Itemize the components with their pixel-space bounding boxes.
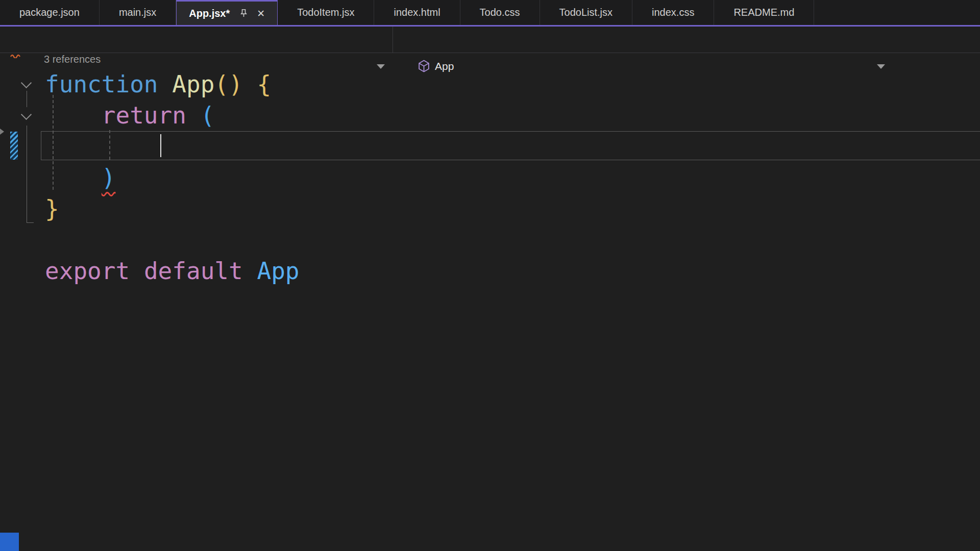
tab-label: App.jsx* <box>189 8 230 19</box>
text-caret <box>160 134 161 157</box>
code-editor[interactable]: function App() { return ( )}export defau… <box>45 69 300 287</box>
editor-tab-index-html[interactable]: index.html <box>374 0 460 25</box>
tab-label: index.css <box>652 7 694 18</box>
status-corner <box>0 533 19 551</box>
members-dropdown-value[interactable]: App <box>435 60 454 72</box>
code-line: function App() { <box>45 69 300 100</box>
code-line: export default App <box>45 256 300 287</box>
tab-label: package.json <box>19 7 80 18</box>
editor-tab-package-json[interactable]: package.json <box>0 0 100 25</box>
margin-error-squiggle-icon <box>10 51 20 60</box>
types-dropdown-caret-icon[interactable] <box>377 64 385 69</box>
tab-label: main.jsx <box>119 7 156 18</box>
tab-label: TodoList.jsx <box>559 7 613 18</box>
editor-tab-app-jsx[interactable]: App.jsx*✕ <box>176 0 278 25</box>
margin-glyph <box>0 129 4 135</box>
editor-tab-main-jsx[interactable]: main.jsx <box>100 0 176 25</box>
fold-guide-line <box>27 126 34 223</box>
tab-bar: package.jsonmain.jsxApp.jsx*✕TodoItem.js… <box>0 0 980 25</box>
tab-label: README.md <box>733 7 794 18</box>
fold-toggle-function[interactable] <box>21 78 32 88</box>
pin-icon[interactable] <box>239 9 249 18</box>
code-line <box>45 131 300 162</box>
editor-window: package.jsonmain.jsxApp.jsx*✕TodoItem.js… <box>0 0 980 551</box>
editor-tab-index-css[interactable]: index.css <box>632 0 714 25</box>
navigation-bar: App <box>0 27 980 53</box>
tab-label: TodoItem.jsx <box>297 7 354 18</box>
editor-tab-readme-md[interactable]: README.md <box>714 0 814 25</box>
fold-guide-line <box>27 91 27 107</box>
nav-divider <box>393 27 393 53</box>
tab-label: index.html <box>394 7 440 18</box>
code-line: return ( <box>45 100 300 131</box>
change-tracking-marker <box>10 132 18 160</box>
editor-tab-todo-css[interactable]: Todo.css <box>460 0 540 25</box>
code-line <box>45 224 300 256</box>
close-icon[interactable]: ✕ <box>257 8 265 19</box>
editor-tab-todolist-jsx[interactable]: TodoList.jsx <box>540 0 633 25</box>
fold-toggle-return[interactable] <box>21 109 32 120</box>
tab-label: Todo.css <box>480 7 520 18</box>
cube-icon <box>418 60 430 74</box>
code-line: ) <box>45 162 300 193</box>
editor-tab-todoitem-jsx[interactable]: TodoItem.jsx <box>278 0 374 25</box>
code-line: } <box>45 193 300 224</box>
members-dropdown-caret-icon[interactable] <box>877 64 885 69</box>
codelens-references[interactable]: 3 references <box>44 54 101 65</box>
